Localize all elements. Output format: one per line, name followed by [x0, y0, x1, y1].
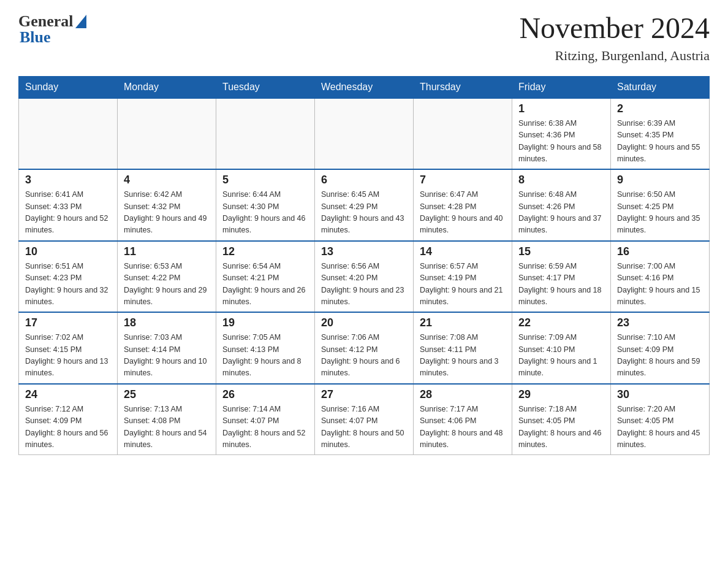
- calendar-day-cell: 28Sunrise: 7:17 AMSunset: 4:06 PMDayligh…: [414, 384, 512, 455]
- day-number: 28: [420, 388, 506, 401]
- day-info: Sunrise: 6:41 AMSunset: 4:33 PMDaylight:…: [25, 189, 111, 237]
- day-number: 7: [420, 174, 506, 186]
- calendar-day-cell: 4Sunrise: 6:42 AMSunset: 4:32 PMDaylight…: [118, 169, 216, 241]
- calendar-day-cell: 23Sunrise: 7:10 AMSunset: 4:09 PMDayligh…: [611, 312, 710, 384]
- calendar-day-cell: 24Sunrise: 7:12 AMSunset: 4:09 PMDayligh…: [19, 384, 118, 455]
- calendar-day-cell: 22Sunrise: 7:09 AMSunset: 4:10 PMDayligh…: [512, 312, 611, 384]
- calendar-day-cell: [414, 98, 512, 170]
- day-info: Sunrise: 7:18 AMSunset: 4:05 PMDaylight:…: [518, 404, 604, 451]
- day-number: 18: [124, 316, 210, 329]
- logo: General Blue: [18, 12, 86, 47]
- calendar-day-cell: 25Sunrise: 7:13 AMSunset: 4:08 PMDayligh…: [118, 384, 216, 455]
- day-number: 25: [124, 388, 210, 401]
- day-info: Sunrise: 6:48 AMSunset: 4:26 PMDaylight:…: [518, 189, 604, 237]
- calendar-week-row: 17Sunrise: 7:02 AMSunset: 4:15 PMDayligh…: [19, 312, 710, 384]
- day-info: Sunrise: 6:44 AMSunset: 4:30 PMDaylight:…: [222, 189, 308, 237]
- day-info: Sunrise: 7:05 AMSunset: 4:13 PMDaylight:…: [222, 332, 308, 380]
- calendar-day-cell: 17Sunrise: 7:02 AMSunset: 4:15 PMDayligh…: [19, 312, 118, 384]
- logo-blue-text: Blue: [20, 28, 51, 47]
- day-number: 12: [222, 245, 308, 258]
- calendar-subtitle: Ritzing, Burgenland, Austria: [519, 48, 710, 64]
- day-info: Sunrise: 7:09 AMSunset: 4:10 PMDaylight:…: [518, 332, 604, 380]
- day-info: Sunrise: 6:50 AMSunset: 4:25 PMDaylight:…: [617, 189, 703, 237]
- calendar-day-cell: 12Sunrise: 6:54 AMSunset: 4:21 PMDayligh…: [216, 241, 315, 313]
- calendar-day-cell: 5Sunrise: 6:44 AMSunset: 4:30 PMDaylight…: [216, 169, 315, 241]
- calendar-header-wednesday: Wednesday: [315, 76, 414, 98]
- day-info: Sunrise: 6:54 AMSunset: 4:21 PMDaylight:…: [222, 261, 308, 308]
- day-number: 3: [25, 174, 111, 186]
- calendar-day-cell: [315, 98, 414, 170]
- page-header: General Blue November 2024 Ritzing, Burg…: [18, 12, 710, 64]
- calendar-header-monday: Monday: [118, 76, 216, 98]
- calendar-day-cell: 16Sunrise: 7:00 AMSunset: 4:16 PMDayligh…: [611, 241, 710, 313]
- calendar-week-row: 10Sunrise: 6:51 AMSunset: 4:23 PMDayligh…: [19, 241, 710, 313]
- title-block: November 2024 Ritzing, Burgenland, Austr…: [519, 12, 710, 64]
- calendar-day-cell: 9Sunrise: 6:50 AMSunset: 4:25 PMDaylight…: [611, 169, 710, 241]
- day-info: Sunrise: 7:13 AMSunset: 4:08 PMDaylight:…: [124, 404, 210, 451]
- day-number: 9: [617, 174, 703, 186]
- day-number: 24: [25, 388, 111, 401]
- calendar-day-cell: 20Sunrise: 7:06 AMSunset: 4:12 PMDayligh…: [315, 312, 414, 384]
- day-number: 17: [25, 316, 111, 329]
- calendar-day-cell: 30Sunrise: 7:20 AMSunset: 4:05 PMDayligh…: [611, 384, 710, 455]
- day-info: Sunrise: 7:20 AMSunset: 4:05 PMDaylight:…: [617, 404, 703, 451]
- day-info: Sunrise: 6:56 AMSunset: 4:20 PMDaylight:…: [321, 261, 407, 308]
- day-number: 5: [222, 174, 308, 186]
- day-number: 13: [321, 245, 407, 258]
- calendar-day-cell: 27Sunrise: 7:16 AMSunset: 4:07 PMDayligh…: [315, 384, 414, 455]
- calendar-header-saturday: Saturday: [611, 76, 710, 98]
- calendar-day-cell: 21Sunrise: 7:08 AMSunset: 4:11 PMDayligh…: [414, 312, 512, 384]
- calendar-table: SundayMondayTuesdayWednesdayThursdayFrid…: [18, 76, 710, 456]
- calendar-header-sunday: Sunday: [19, 76, 118, 98]
- logo-triangle-icon: [75, 15, 86, 28]
- calendar-day-cell: [118, 98, 216, 170]
- day-info: Sunrise: 7:03 AMSunset: 4:14 PMDaylight:…: [124, 332, 210, 380]
- calendar-week-row: 1Sunrise: 6:38 AMSunset: 4:36 PMDaylight…: [19, 98, 710, 170]
- calendar-day-cell: 11Sunrise: 6:53 AMSunset: 4:22 PMDayligh…: [118, 241, 216, 313]
- day-number: 11: [124, 245, 210, 258]
- day-number: 29: [518, 388, 604, 401]
- day-info: Sunrise: 6:39 AMSunset: 4:35 PMDaylight:…: [617, 118, 703, 166]
- day-info: Sunrise: 6:59 AMSunset: 4:17 PMDaylight:…: [518, 261, 604, 308]
- day-number: 14: [420, 245, 506, 258]
- day-number: 4: [124, 174, 210, 186]
- calendar-header-thursday: Thursday: [414, 76, 512, 98]
- calendar-day-cell: [19, 98, 118, 170]
- calendar-day-cell: 8Sunrise: 6:48 AMSunset: 4:26 PMDaylight…: [512, 169, 611, 241]
- day-number: 23: [617, 316, 703, 329]
- day-number: 26: [222, 388, 308, 401]
- day-info: Sunrise: 7:14 AMSunset: 4:07 PMDaylight:…: [222, 404, 308, 451]
- day-info: Sunrise: 6:57 AMSunset: 4:19 PMDaylight:…: [420, 261, 506, 308]
- calendar-day-cell: 19Sunrise: 7:05 AMSunset: 4:13 PMDayligh…: [216, 312, 315, 384]
- day-number: 22: [518, 316, 604, 329]
- day-number: 16: [617, 245, 703, 258]
- calendar-day-cell: 14Sunrise: 6:57 AMSunset: 4:19 PMDayligh…: [414, 241, 512, 313]
- calendar-day-cell: 15Sunrise: 6:59 AMSunset: 4:17 PMDayligh…: [512, 241, 611, 313]
- day-info: Sunrise: 7:06 AMSunset: 4:12 PMDaylight:…: [321, 332, 407, 380]
- day-info: Sunrise: 7:12 AMSunset: 4:09 PMDaylight:…: [25, 404, 111, 451]
- calendar-header-row: SundayMondayTuesdayWednesdayThursdayFrid…: [19, 76, 710, 98]
- day-number: 8: [518, 174, 604, 186]
- calendar-day-cell: 18Sunrise: 7:03 AMSunset: 4:14 PMDayligh…: [118, 312, 216, 384]
- calendar-day-cell: [216, 98, 315, 170]
- day-number: 27: [321, 388, 407, 401]
- day-number: 15: [518, 245, 604, 258]
- day-info: Sunrise: 6:42 AMSunset: 4:32 PMDaylight:…: [124, 189, 210, 237]
- day-info: Sunrise: 6:53 AMSunset: 4:22 PMDaylight:…: [124, 261, 210, 308]
- day-number: 30: [617, 388, 703, 401]
- calendar-day-cell: 13Sunrise: 6:56 AMSunset: 4:20 PMDayligh…: [315, 241, 414, 313]
- day-info: Sunrise: 6:47 AMSunset: 4:28 PMDaylight:…: [420, 189, 506, 237]
- calendar-title: November 2024: [519, 12, 710, 45]
- day-number: 10: [25, 245, 111, 258]
- day-info: Sunrise: 7:02 AMSunset: 4:15 PMDaylight:…: [25, 332, 111, 380]
- day-info: Sunrise: 6:51 AMSunset: 4:23 PMDaylight:…: [25, 261, 111, 308]
- calendar-day-cell: 2Sunrise: 6:39 AMSunset: 4:35 PMDaylight…: [611, 98, 710, 170]
- day-info: Sunrise: 7:08 AMSunset: 4:11 PMDaylight:…: [420, 332, 506, 380]
- calendar-day-cell: 26Sunrise: 7:14 AMSunset: 4:07 PMDayligh…: [216, 384, 315, 455]
- day-number: 1: [518, 102, 604, 115]
- calendar-day-cell: 29Sunrise: 7:18 AMSunset: 4:05 PMDayligh…: [512, 384, 611, 455]
- day-info: Sunrise: 7:17 AMSunset: 4:06 PMDaylight:…: [420, 404, 506, 451]
- day-info: Sunrise: 7:10 AMSunset: 4:09 PMDaylight:…: [617, 332, 703, 380]
- calendar-header-friday: Friday: [512, 76, 611, 98]
- calendar-day-cell: 3Sunrise: 6:41 AMSunset: 4:33 PMDaylight…: [19, 169, 118, 241]
